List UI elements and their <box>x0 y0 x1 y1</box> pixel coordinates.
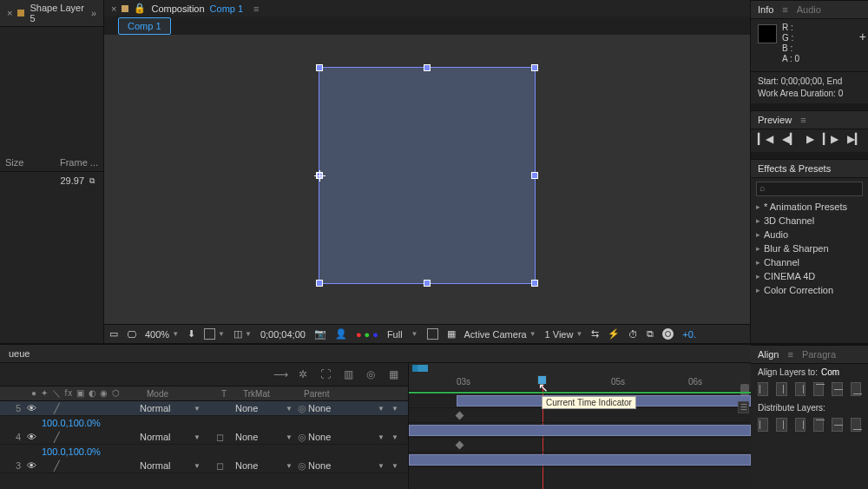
graph-editor-icon[interactable]: ◎ <box>365 368 377 380</box>
monitor-icon[interactable]: 🖵 <box>127 329 136 340</box>
pickwhip-icon[interactable]: ◎ <box>296 403 308 414</box>
align-bottom-icon[interactable] <box>851 382 861 396</box>
search-input[interactable] <box>756 182 863 196</box>
exposure-value[interactable]: +0. <box>682 329 696 340</box>
col-frame[interactable]: Frame ... <box>60 157 98 168</box>
trkmat-dropdown[interactable]: None▼ <box>235 432 296 442</box>
handle-bot-mid[interactable] <box>424 280 431 287</box>
fast-previews-icon[interactable]: ⚡ <box>608 328 620 340</box>
dist-right-icon[interactable] <box>795 418 806 432</box>
frame-blend-icon[interactable]: ⛶ <box>319 368 332 380</box>
dist-hcenter-icon[interactable] <box>776 418 786 432</box>
camera-dropdown[interactable]: Active Camera▼ <box>464 329 536 340</box>
composition-viewer[interactable] <box>104 35 750 324</box>
solo-icon[interactable]: ╱ <box>54 403 66 414</box>
magnify-icon[interactable]: ▭ <box>109 328 118 340</box>
channels-icon[interactable]: ●●● <box>356 329 378 340</box>
mask-icon[interactable]: ◫▼ <box>233 328 252 340</box>
flowchart-icon[interactable]: ⧉ <box>647 328 654 340</box>
parent-dropdown[interactable]: None▼ <box>308 460 388 471</box>
chevron-right-icon[interactable]: » <box>91 8 96 18</box>
keyframe-icon[interactable] <box>456 441 464 450</box>
draft3d-icon[interactable]: ✲ <box>297 368 309 380</box>
comp-name[interactable]: Comp 1 <box>210 3 244 14</box>
effects-category[interactable]: CINEMA 4D <box>751 269 868 283</box>
solo-icon[interactable]: ╱ <box>54 432 66 443</box>
preserve-transparency[interactable]: ◻ <box>204 432 235 443</box>
close-icon[interactable]: × <box>111 3 116 14</box>
preserve-transparency[interactable]: ◻ <box>204 460 235 472</box>
project-row[interactable]: 29.97 ⧉ <box>0 172 103 189</box>
layer-property[interactable]: 100.0,100.0% <box>0 416 408 430</box>
handle-bot-left[interactable] <box>316 280 323 287</box>
panel-menu-icon[interactable]: ≡ <box>787 349 792 360</box>
timeline-tracks[interactable]: 03s 05s 06s ↖ Current Time Indicator <box>409 363 751 489</box>
lock-icon[interactable]: 🔒 <box>134 3 146 14</box>
keyframe-icon[interactable] <box>456 412 464 420</box>
align-top-icon[interactable] <box>813 382 824 396</box>
parent-dropdown[interactable]: None▼ <box>308 432 388 442</box>
layer-row[interactable]: 3 👁 ╱ Normal▼ ◻ None▼ ◎ None▼ ▼ <box>0 459 408 473</box>
tab-paragraph[interactable]: Paragra <box>802 349 836 360</box>
shy-icon[interactable]: ⟶ <box>274 368 286 380</box>
pixel-aspect-icon[interactable]: ⇆ <box>591 328 599 340</box>
comp-marker-icon[interactable]: ☰ <box>738 401 749 413</box>
tab-align[interactable]: Align <box>758 349 779 360</box>
effects-category[interactable]: Color Correction <box>751 283 868 297</box>
zoom-dropdown[interactable]: 400%▼ <box>145 329 179 340</box>
col-parent[interactable]: Parent <box>300 389 332 399</box>
handle-top-right[interactable] <box>531 64 538 71</box>
effects-category[interactable]: * Animation Presets <box>751 200 868 214</box>
transparency-icon[interactable]: ▦ <box>447 328 456 340</box>
download-icon[interactable]: ⬇ <box>187 328 195 340</box>
panel-menu-icon[interactable]: ≡ <box>782 4 787 15</box>
resolution-dropdown[interactable]: Full <box>387 329 403 340</box>
trkmat-dropdown[interactable]: None▼ <box>235 460 296 471</box>
plus-icon[interactable]: + <box>859 30 866 43</box>
current-time[interactable]: 0;00;04;00 <box>260 329 306 340</box>
pickwhip-icon[interactable]: ◎ <box>296 432 308 443</box>
current-time-indicator[interactable] <box>537 375 547 385</box>
effects-category[interactable]: Audio <box>751 228 868 241</box>
handle-right[interactable] <box>531 172 538 179</box>
time-ruler[interactable]: 03s 05s 06s ↖ <box>409 363 751 392</box>
eye-icon[interactable]: 👁 <box>24 403 38 413</box>
timeline-tab[interactable]: ueue <box>0 345 751 363</box>
parent-dropdown[interactable]: None▼ <box>308 403 388 413</box>
comp-sub-tab-label[interactable]: Comp 1 <box>118 17 171 35</box>
last-frame-icon[interactable]: ▶▎ <box>847 133 863 145</box>
snapshot-icon[interactable]: 📷 <box>314 328 326 340</box>
play-icon[interactable]: ▶ <box>806 133 814 145</box>
tab-info[interactable]: Info <box>758 4 773 15</box>
tab-audio[interactable]: Audio <box>797 4 821 15</box>
brain-icon[interactable]: ▦ <box>387 368 399 380</box>
blend-mode-dropdown[interactable]: Normal▼ <box>140 403 204 413</box>
handle-top-mid[interactable] <box>424 64 431 71</box>
effects-category[interactable]: Blur & Sharpen <box>751 241 868 255</box>
blend-mode-dropdown[interactable]: Normal▼ <box>140 460 204 471</box>
eye-icon[interactable]: 👁 <box>24 432 38 442</box>
panel-menu-icon[interactable]: ≡ <box>800 115 806 125</box>
pickwhip-icon[interactable]: ◎ <box>296 460 308 472</box>
handle-top-left[interactable] <box>316 64 323 71</box>
trkmat-dropdown[interactable]: None▼ <box>235 403 296 413</box>
panel-menu-icon[interactable]: ≡ <box>253 3 259 14</box>
blend-mode-dropdown[interactable]: Normal▼ <box>140 432 204 442</box>
motion-blur-icon[interactable]: ▥ <box>342 368 354 380</box>
view-dropdown[interactable]: 1 View▼ <box>545 329 583 340</box>
grid-icon[interactable]: ▼ <box>204 328 225 340</box>
col-mode[interactable]: Mode <box>143 389 208 399</box>
selected-shape[interactable] <box>319 67 536 284</box>
effects-category[interactable]: 3D Channel <box>751 214 868 228</box>
layer-row[interactable]: 5 👁 ╱ Normal▼ None▼ ◎ None▼ ▼ <box>0 401 408 416</box>
col-trkmat[interactable]: TrkMat <box>240 389 300 399</box>
chevron-down-icon[interactable]: ▼ <box>411 330 418 338</box>
show-snapshot-icon[interactable]: 👤 <box>335 328 347 340</box>
effects-category[interactable]: Channel <box>751 255 868 269</box>
eye-icon[interactable]: 👁 <box>24 460 38 471</box>
dist-left-icon[interactable] <box>758 418 768 432</box>
align-vcenter-icon[interactable] <box>832 382 842 396</box>
tab-preview[interactable]: Preview <box>758 115 792 125</box>
roi-icon[interactable] <box>427 328 438 340</box>
tab-effects[interactable]: Effects & Presets <box>758 163 831 174</box>
